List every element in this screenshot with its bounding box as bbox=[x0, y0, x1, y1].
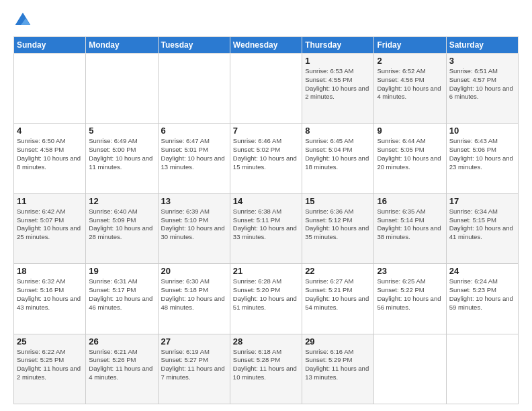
calendar-cell: 3Sunrise: 6:51 AM Sunset: 4:57 PM Daylig… bbox=[446, 54, 518, 124]
day-number: 6 bbox=[161, 126, 227, 136]
day-number: 7 bbox=[233, 126, 299, 136]
calendar-cell: 2Sunrise: 6:52 AM Sunset: 4:56 PM Daylig… bbox=[374, 54, 446, 124]
logo bbox=[13, 11, 34, 30]
header-wednesday: Wednesday bbox=[230, 37, 302, 54]
calendar-cell: 19Sunrise: 6:31 AM Sunset: 5:17 PM Dayli… bbox=[86, 264, 158, 334]
day-info: Sunrise: 6:40 AM Sunset: 5:09 PM Dayligh… bbox=[89, 208, 154, 242]
calendar-cell: 20Sunrise: 6:30 AM Sunset: 5:18 PM Dayli… bbox=[158, 264, 230, 334]
calendar-cell: 22Sunrise: 6:27 AM Sunset: 5:21 PM Dayli… bbox=[302, 264, 374, 334]
day-number: 23 bbox=[377, 266, 443, 276]
day-number: 25 bbox=[17, 336, 83, 347]
day-number: 1 bbox=[305, 56, 371, 66]
calendar-cell bbox=[86, 54, 158, 124]
day-info: Sunrise: 6:45 AM Sunset: 5:04 PM Dayligh… bbox=[305, 137, 371, 171]
week-row-0: 1Sunrise: 6:53 AM Sunset: 4:55 PM Daylig… bbox=[14, 54, 519, 124]
calendar-cell: 28Sunrise: 6:18 AM Sunset: 5:28 PM Dayli… bbox=[230, 334, 302, 404]
logo-icon bbox=[13, 11, 32, 30]
calendar-cell: 21Sunrise: 6:28 AM Sunset: 5:20 PM Dayli… bbox=[230, 264, 302, 334]
calendar-cell bbox=[14, 54, 86, 124]
header-friday: Friday bbox=[374, 37, 446, 54]
day-info: Sunrise: 6:18 AM Sunset: 5:28 PM Dayligh… bbox=[233, 348, 299, 382]
day-number: 29 bbox=[305, 336, 371, 347]
calendar-cell: 26Sunrise: 6:21 AM Sunset: 5:26 PM Dayli… bbox=[86, 334, 158, 404]
week-row-2: 11Sunrise: 6:42 AM Sunset: 5:07 PM Dayli… bbox=[14, 193, 519, 263]
calendar-cell: 1Sunrise: 6:53 AM Sunset: 4:55 PM Daylig… bbox=[302, 54, 374, 124]
calendar-cell: 24Sunrise: 6:24 AM Sunset: 5:23 PM Dayli… bbox=[446, 264, 518, 334]
header-saturday: Saturday bbox=[446, 37, 518, 54]
day-info: Sunrise: 6:53 AM Sunset: 4:55 PM Dayligh… bbox=[305, 67, 371, 101]
calendar-cell: 14Sunrise: 6:38 AM Sunset: 5:11 PM Dayli… bbox=[230, 193, 302, 263]
day-number: 2 bbox=[377, 56, 443, 66]
calendar-cell: 13Sunrise: 6:39 AM Sunset: 5:10 PM Dayli… bbox=[158, 193, 230, 263]
header-tuesday: Tuesday bbox=[158, 37, 230, 54]
day-info: Sunrise: 6:39 AM Sunset: 5:10 PM Dayligh… bbox=[161, 208, 227, 242]
calendar-cell: 25Sunrise: 6:22 AM Sunset: 5:25 PM Dayli… bbox=[14, 334, 86, 404]
day-number: 5 bbox=[89, 126, 154, 136]
calendar-cell: 16Sunrise: 6:35 AM Sunset: 5:14 PM Dayli… bbox=[374, 193, 446, 263]
week-row-4: 25Sunrise: 6:22 AM Sunset: 5:25 PM Dayli… bbox=[14, 334, 519, 404]
day-info: Sunrise: 6:52 AM Sunset: 4:56 PM Dayligh… bbox=[377, 67, 443, 101]
day-info: Sunrise: 6:50 AM Sunset: 4:58 PM Dayligh… bbox=[17, 137, 83, 171]
day-info: Sunrise: 6:49 AM Sunset: 5:00 PM Dayligh… bbox=[89, 137, 154, 171]
day-number: 28 bbox=[233, 336, 299, 347]
day-info: Sunrise: 6:36 AM Sunset: 5:12 PM Dayligh… bbox=[305, 208, 371, 242]
calendar-table: SundayMondayTuesdayWednesdayThursdayFrid… bbox=[13, 36, 519, 404]
day-info: Sunrise: 6:38 AM Sunset: 5:11 PM Dayligh… bbox=[233, 208, 299, 242]
day-number: 10 bbox=[449, 126, 515, 136]
day-number: 26 bbox=[89, 336, 154, 347]
day-info: Sunrise: 6:24 AM Sunset: 5:23 PM Dayligh… bbox=[449, 277, 515, 312]
header-sunday: Sunday bbox=[14, 37, 86, 54]
calendar-cell: 11Sunrise: 6:42 AM Sunset: 5:07 PM Dayli… bbox=[14, 193, 86, 263]
day-number: 16 bbox=[377, 196, 443, 206]
day-number: 9 bbox=[377, 126, 443, 136]
day-info: Sunrise: 6:28 AM Sunset: 5:20 PM Dayligh… bbox=[233, 277, 299, 312]
calendar-cell: 6Sunrise: 6:47 AM Sunset: 5:01 PM Daylig… bbox=[158, 124, 230, 193]
day-number: 12 bbox=[89, 196, 154, 206]
calendar-cell: 4Sunrise: 6:50 AM Sunset: 4:58 PM Daylig… bbox=[14, 124, 86, 193]
calendar-cell bbox=[374, 334, 446, 404]
calendar-header-row: SundayMondayTuesdayWednesdayThursdayFrid… bbox=[14, 37, 519, 54]
day-number: 15 bbox=[305, 196, 371, 206]
day-number: 8 bbox=[305, 126, 371, 136]
day-number: 14 bbox=[233, 196, 299, 206]
day-info: Sunrise: 6:32 AM Sunset: 5:16 PM Dayligh… bbox=[17, 277, 83, 312]
day-info: Sunrise: 6:44 AM Sunset: 5:05 PM Dayligh… bbox=[377, 137, 443, 171]
day-number: 22 bbox=[305, 266, 371, 276]
header-monday: Monday bbox=[86, 37, 158, 54]
day-info: Sunrise: 6:22 AM Sunset: 5:25 PM Dayligh… bbox=[17, 348, 83, 382]
calendar-cell: 10Sunrise: 6:43 AM Sunset: 5:06 PM Dayli… bbox=[446, 124, 518, 193]
header bbox=[13, 11, 519, 30]
day-info: Sunrise: 6:46 AM Sunset: 5:02 PM Dayligh… bbox=[233, 137, 299, 171]
day-info: Sunrise: 6:30 AM Sunset: 5:18 PM Dayligh… bbox=[161, 277, 227, 312]
day-number: 20 bbox=[161, 266, 227, 276]
header-thursday: Thursday bbox=[302, 37, 374, 54]
page: SundayMondayTuesdayWednesdayThursdayFrid… bbox=[0, 0, 532, 411]
day-info: Sunrise: 6:16 AM Sunset: 5:29 PM Dayligh… bbox=[305, 348, 371, 382]
calendar-cell: 18Sunrise: 6:32 AM Sunset: 5:16 PM Dayli… bbox=[14, 264, 86, 334]
day-number: 4 bbox=[17, 126, 83, 136]
day-info: Sunrise: 6:21 AM Sunset: 5:26 PM Dayligh… bbox=[89, 348, 154, 382]
day-info: Sunrise: 6:25 AM Sunset: 5:22 PM Dayligh… bbox=[377, 277, 443, 312]
day-info: Sunrise: 6:51 AM Sunset: 4:57 PM Dayligh… bbox=[449, 67, 515, 101]
day-info: Sunrise: 6:27 AM Sunset: 5:21 PM Dayligh… bbox=[305, 277, 371, 312]
day-number: 19 bbox=[89, 266, 154, 276]
day-number: 11 bbox=[17, 196, 83, 206]
calendar-cell: 9Sunrise: 6:44 AM Sunset: 5:05 PM Daylig… bbox=[374, 124, 446, 193]
calendar-cell: 12Sunrise: 6:40 AM Sunset: 5:09 PM Dayli… bbox=[86, 193, 158, 263]
calendar-cell: 27Sunrise: 6:19 AM Sunset: 5:27 PM Dayli… bbox=[158, 334, 230, 404]
day-number: 24 bbox=[449, 266, 515, 276]
calendar-cell: 8Sunrise: 6:45 AM Sunset: 5:04 PM Daylig… bbox=[302, 124, 374, 193]
calendar-cell bbox=[446, 334, 518, 404]
week-row-3: 18Sunrise: 6:32 AM Sunset: 5:16 PM Dayli… bbox=[14, 264, 519, 334]
week-row-1: 4Sunrise: 6:50 AM Sunset: 4:58 PM Daylig… bbox=[14, 124, 519, 193]
day-number: 17 bbox=[449, 196, 515, 206]
calendar-cell: 29Sunrise: 6:16 AM Sunset: 5:29 PM Dayli… bbox=[302, 334, 374, 404]
calendar-cell bbox=[230, 54, 302, 124]
day-info: Sunrise: 6:35 AM Sunset: 5:14 PM Dayligh… bbox=[377, 208, 443, 242]
calendar-cell bbox=[158, 54, 230, 124]
day-number: 21 bbox=[233, 266, 299, 276]
calendar-cell: 7Sunrise: 6:46 AM Sunset: 5:02 PM Daylig… bbox=[230, 124, 302, 193]
day-info: Sunrise: 6:42 AM Sunset: 5:07 PM Dayligh… bbox=[17, 208, 83, 242]
calendar-cell: 15Sunrise: 6:36 AM Sunset: 5:12 PM Dayli… bbox=[302, 193, 374, 263]
calendar-cell: 17Sunrise: 6:34 AM Sunset: 5:15 PM Dayli… bbox=[446, 193, 518, 263]
